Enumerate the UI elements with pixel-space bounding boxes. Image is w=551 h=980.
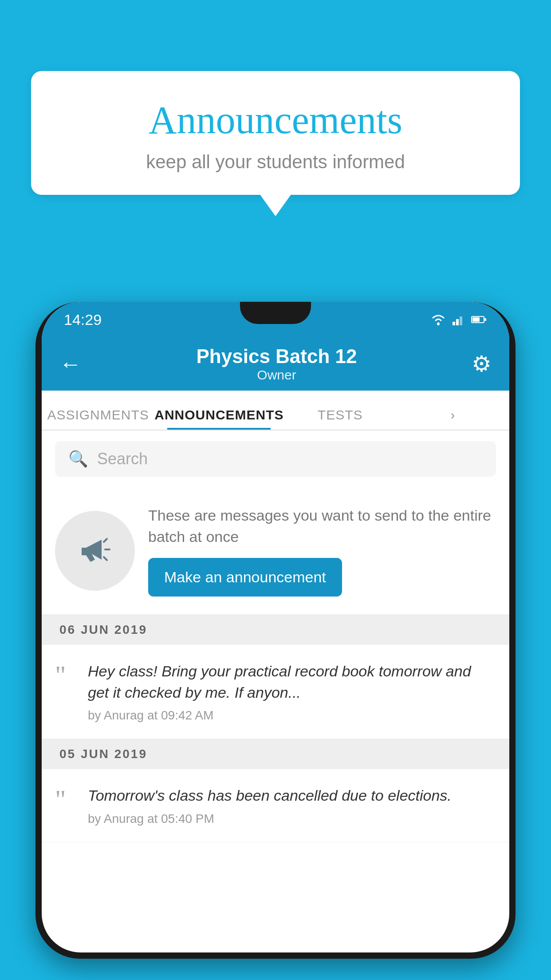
header-title-block: Physics Batch 12 Owner [197,345,357,383]
megaphone-icon [75,531,115,571]
promo-text: These are messages you want to send to t… [148,505,496,547]
announcement-body-2: Tomorrow's class has been cancelled due … [88,785,496,826]
status-time: 14:29 [64,311,102,328]
svg-line-9 [104,557,107,560]
announcement-item-2[interactable]: " Tomorrow's class has been cancelled du… [42,769,509,842]
make-announcement-button[interactable]: Make an announcement [148,558,342,597]
announcement-text-2: Tomorrow's class has been cancelled due … [88,785,496,806]
speech-bubble-tail [260,194,291,216]
search-bar[interactable]: 🔍 Search [55,441,496,477]
notch [240,302,311,324]
promo-section: These are messages you want to send to t… [42,487,509,615]
search-icon: 🔍 [68,450,88,468]
speech-bubble-section: Announcements keep all your students inf… [31,71,520,216]
bubble-title: Announcements [58,98,493,142]
quote-icon-1: " [55,661,77,686]
announcement-meta-1: by Anurag at 09:42 AM [88,708,496,723]
app-header: ← Physics Batch 12 Owner ⚙ [42,337,509,391]
announcement-meta-2: by Anurag at 05:40 PM [88,812,496,826]
search-input-placeholder: Search [97,450,148,468]
promo-icon-circle [55,511,135,591]
status-icons [430,313,487,326]
svg-rect-5 [472,317,480,322]
svg-point-0 [437,323,440,325]
phone-container: 14:29 [35,302,516,980]
header-title: Physics Batch 12 [197,345,357,368]
svg-rect-6 [484,318,486,321]
battery-icon [471,315,487,324]
search-container: 🔍 Search [42,431,509,487]
tab-tests[interactable]: TESTS [284,407,397,430]
signal-icon [453,314,465,325]
bubble-subtitle: keep all your students informed [58,151,493,173]
promo-content: These are messages you want to send to t… [148,505,496,597]
phone: 14:29 [35,302,516,959]
phone-screen: 14:29 [42,302,509,952]
settings-button[interactable]: ⚙ [472,351,492,377]
tab-announcements[interactable]: ANNOUNCEMENTS [154,407,283,430]
announcement-text-1: Hey class! Bring your practical record b… [88,661,496,703]
quote-icon-2: " [55,785,77,810]
tab-assignments[interactable]: ASSIGNMENTS [42,407,154,430]
header-subtitle: Owner [197,368,357,383]
tab-more[interactable]: › [397,407,509,430]
tabs-bar: ASSIGNMENTS ANNOUNCEMENTS TESTS › [42,391,509,431]
date-separator-2: 05 JUN 2019 [42,739,509,769]
svg-rect-1 [453,322,455,325]
svg-rect-3 [460,316,462,325]
date-separator-1: 06 JUN 2019 [42,615,509,645]
svg-line-7 [104,539,107,542]
speech-bubble: Announcements keep all your students inf… [31,71,520,195]
wifi-icon [430,313,446,326]
announcement-body-1: Hey class! Bring your practical record b… [88,661,496,723]
status-bar: 14:29 [42,302,509,337]
back-button[interactable]: ← [59,351,82,377]
announcement-item-1[interactable]: " Hey class! Bring your practical record… [42,645,509,739]
svg-rect-2 [456,319,459,325]
